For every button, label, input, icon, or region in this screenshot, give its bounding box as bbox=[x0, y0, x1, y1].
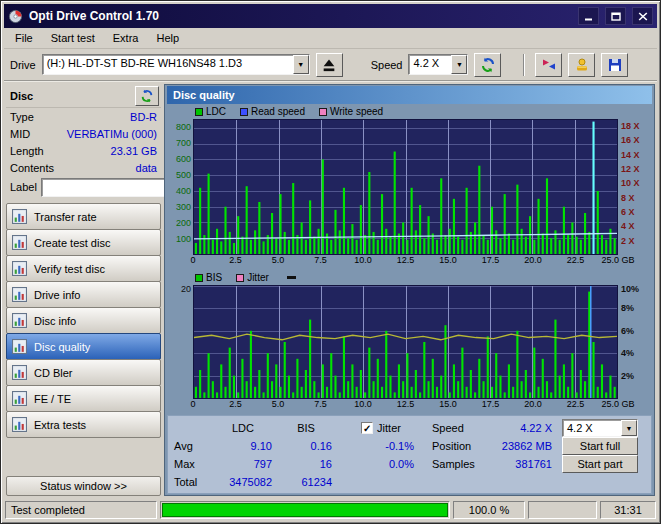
sidebar-item-cd-bler[interactable]: CD Bler bbox=[6, 359, 161, 386]
fe-te-icon bbox=[12, 391, 27, 406]
sidebar-item-extra-tests[interactable]: Extra tests bbox=[6, 411, 161, 438]
eject-icon bbox=[321, 57, 337, 73]
sidebar-item-fe-te[interactable]: FE / TE bbox=[6, 385, 161, 412]
speed-row-label: Speed bbox=[428, 422, 486, 434]
status-spacer bbox=[528, 501, 597, 519]
legend-ldc: LDC bbox=[195, 106, 226, 117]
hand-coin-button[interactable] bbox=[568, 53, 595, 77]
summary-header-row: LDC BIS ✓ Jitter Speed 4.22 X 4.2 X ▼ bbox=[174, 419, 645, 437]
info-row-type: Type BD-R bbox=[6, 108, 161, 125]
refresh-icon bbox=[140, 89, 154, 103]
bis-y-axis-right: 10%8%6%4%2% bbox=[618, 285, 652, 399]
disc-info-icon bbox=[12, 313, 27, 328]
sidebar-item-transfer-rate[interactable]: Transfer rate bbox=[6, 203, 161, 230]
cd-bler-icon bbox=[12, 365, 27, 380]
sidebar-item-drive-info[interactable]: Drive info bbox=[6, 281, 161, 308]
avg-label: Avg bbox=[174, 440, 214, 452]
max-bis: 16 bbox=[280, 458, 340, 470]
jitter-checkbox[interactable]: ✓ bbox=[361, 422, 373, 434]
disc-refresh-button[interactable] bbox=[135, 86, 159, 106]
info-row-length: Length 23.31 GB bbox=[6, 142, 161, 159]
hand-coin-icon bbox=[574, 57, 590, 73]
chevron-down-icon[interactable]: ▼ bbox=[621, 420, 637, 436]
save-button[interactable] bbox=[601, 53, 628, 77]
titlebar: Opti Drive Control 1.70 bbox=[4, 4, 657, 28]
bis-chart-row: 20 10%8%6%4%2% bbox=[167, 285, 652, 399]
summary-max-row: Max 797 16 0.0% Samples 381761 Start par… bbox=[174, 455, 645, 473]
ldc-y-axis-left: 800700600500400300200100 bbox=[167, 119, 193, 255]
mid-value: VERBATIMu (000) bbox=[67, 128, 157, 140]
contents-value[interactable]: data bbox=[136, 162, 157, 174]
sidebar-item-create-test-disc[interactable]: Create test disc bbox=[6, 229, 161, 256]
max-jitter: 0.0% bbox=[340, 458, 428, 470]
legend-bis: BIS bbox=[195, 272, 222, 283]
start-part-button[interactable]: Start part bbox=[562, 455, 638, 473]
status-message: Test completed bbox=[5, 501, 157, 519]
maximize-button[interactable] bbox=[605, 7, 626, 25]
disc-quality-panel: Disc quality LDC Read speed Write speed … bbox=[164, 84, 655, 496]
eject-button[interactable] bbox=[316, 53, 343, 77]
speed-select-value: 4.2 X bbox=[409, 55, 451, 74]
jitter-header: ✓ Jitter bbox=[340, 422, 428, 434]
mid-label: MID bbox=[10, 128, 30, 140]
samples-value: 381761 bbox=[486, 458, 562, 470]
info-row-contents: Contents data bbox=[6, 159, 161, 176]
max-ldc: 797 bbox=[214, 458, 280, 470]
ldc-x-axis: 02.55.07.510.012.515.017.520.022.525.0 G… bbox=[167, 255, 652, 268]
drive-select-value: (H:) HL-DT-ST BD-RE WH16NS48 1.D3 bbox=[43, 55, 293, 74]
elapsed-time: 31:31 bbox=[600, 501, 656, 519]
type-label: Type bbox=[10, 111, 34, 123]
write-speed-swatch bbox=[319, 108, 327, 116]
sidebar-item-disc-info[interactable]: Disc info bbox=[6, 307, 161, 334]
drive-info-icon bbox=[12, 287, 27, 302]
chevron-down-icon[interactable]: ▼ bbox=[293, 55, 309, 74]
disc-section-header: Disc bbox=[6, 84, 161, 108]
bis-x-axis: 02.55.07.510.012.515.017.520.022.525.0 G… bbox=[167, 399, 652, 412]
bis-swatch bbox=[195, 274, 203, 282]
refresh-button[interactable] bbox=[474, 53, 501, 77]
extra-tests-icon bbox=[12, 417, 27, 432]
jitter-swatch bbox=[236, 274, 244, 282]
minimize-button[interactable] bbox=[578, 7, 599, 25]
ldc-swatch bbox=[195, 108, 203, 116]
toolbar: Drive (H:) HL-DT-ST BD-RE WH16NS48 1.D3 … bbox=[4, 49, 657, 82]
info-row-mid: MID VERBATIMu (000) bbox=[6, 125, 161, 142]
close-button[interactable] bbox=[632, 7, 653, 25]
speed-select[interactable]: 4.2 X ▼ bbox=[408, 54, 468, 75]
sidebar: Disc Type BD-R MID VERBATIMu (000) Lengt… bbox=[4, 82, 162, 498]
label-label: Label bbox=[10, 181, 37, 193]
sidebar-buttons: Transfer rate Create test disc Verify te… bbox=[6, 204, 161, 438]
app-window: Opti Drive Control 1.70 File Start test … bbox=[0, 0, 661, 524]
disc-quality-icon bbox=[12, 339, 27, 354]
samples-label: Samples bbox=[428, 458, 486, 470]
ldc-chart-plot bbox=[193, 119, 618, 255]
start-full-button[interactable]: Start full bbox=[562, 437, 638, 455]
speed-label: Speed bbox=[371, 59, 403, 71]
app-icon bbox=[8, 9, 23, 24]
read-speed-swatch bbox=[240, 108, 248, 116]
summary-total-row: Total 3475082 61234 bbox=[174, 473, 645, 491]
flags-button[interactable] bbox=[535, 53, 562, 77]
bis-column-header: BIS bbox=[280, 422, 340, 434]
disc-header-label: Disc bbox=[10, 90, 33, 102]
sidebar-spacer bbox=[6, 438, 161, 476]
menu-help[interactable]: Help bbox=[147, 29, 188, 47]
floppy-save-icon bbox=[607, 57, 623, 73]
status-bar: Test completed 100.0 % 31:31 bbox=[4, 498, 657, 520]
ldc-y-axis-right: 18 X16 X14 X12 X10 X8 X6 X4 X2 X bbox=[618, 119, 652, 255]
total-label: Total bbox=[174, 476, 214, 488]
menu-extra[interactable]: Extra bbox=[104, 29, 148, 47]
transfer-rate-icon bbox=[12, 209, 27, 224]
flags-icon bbox=[541, 57, 557, 73]
length-value: 23.31 GB bbox=[111, 145, 157, 157]
menu-file[interactable]: File bbox=[6, 29, 42, 47]
result-speed-value: 4.2 X bbox=[563, 420, 621, 436]
sidebar-item-disc-quality[interactable]: Disc quality bbox=[6, 333, 161, 360]
contents-label: Contents bbox=[10, 162, 54, 174]
sidebar-item-verify-test-disc[interactable]: Verify test disc bbox=[6, 255, 161, 282]
result-speed-select[interactable]: 4.2 X ▼ bbox=[562, 419, 638, 437]
drive-select[interactable]: (H:) HL-DT-ST BD-RE WH16NS48 1.D3 ▼ bbox=[42, 54, 310, 75]
menu-start-test[interactable]: Start test bbox=[42, 29, 104, 47]
chevron-down-icon[interactable]: ▼ bbox=[451, 55, 467, 74]
status-window-button[interactable]: Status window >> bbox=[6, 476, 161, 496]
